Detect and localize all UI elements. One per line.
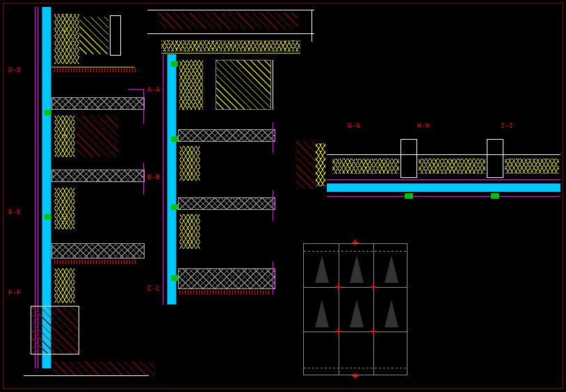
key-plan: [303, 243, 407, 375]
label-hh: H-H: [417, 122, 430, 130]
label-ee: E-E: [8, 209, 21, 216]
plan-sections: [296, 133, 560, 217]
label-aa: A-A: [147, 86, 160, 94]
label-ff: F-F: [8, 289, 21, 297]
section-column-mid: [161, 10, 314, 309]
label-gg: G-G: [348, 122, 360, 130]
section-column-left: + + +: [24, 7, 149, 379]
label-cc: C-C: [147, 285, 160, 293]
label-dd: D-D: [8, 67, 21, 74]
label-ii: I-I: [501, 122, 513, 130]
label-bb: B-B: [147, 174, 160, 181]
